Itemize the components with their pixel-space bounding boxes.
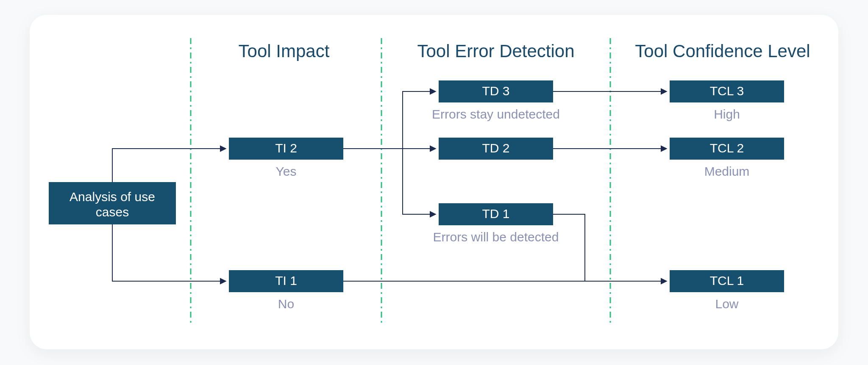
- edge-ti2-td3: [343, 91, 435, 149]
- node-td1: TD 1 Errors will be detected: [433, 203, 559, 244]
- edge-analysis-ti1: [112, 224, 225, 281]
- node-td1-label: TD 1: [482, 207, 509, 221]
- diagram-svg: Tool Impact Tool Error Detection Tool Co…: [30, 15, 838, 349]
- node-tcl3: TCL 3 High: [670, 80, 784, 121]
- node-tcl1-sub: Low: [715, 297, 738, 311]
- node-ti1-sub: No: [278, 297, 294, 311]
- node-td2-label: TD 2: [482, 141, 509, 155]
- node-tcl3-sub: High: [714, 107, 740, 121]
- node-ti2: TI 2 Yes: [229, 138, 343, 178]
- node-tcl2-sub: Medium: [704, 164, 750, 178]
- edge-ti2-td1: [343, 149, 435, 214]
- node-td3-label: TD 3: [482, 84, 509, 98]
- node-tcl2: TCL 2 Medium: [670, 138, 784, 178]
- node-tcl1: TCL 1 Low: [670, 270, 784, 311]
- node-tcl1-label: TCL 1: [710, 274, 744, 288]
- node-td1-sub: Errors will be detected: [433, 230, 559, 244]
- node-tcl2-label: TCL 2: [710, 141, 744, 155]
- node-ti2-label: TI 2: [275, 141, 297, 155]
- node-td3-sub: Errors stay undetected: [432, 107, 560, 121]
- node-ti1: TI 1 No: [229, 270, 343, 311]
- col-title-confidence: Tool Confidence Level: [635, 41, 810, 61]
- node-analysis: Analysis of use cases: [49, 182, 176, 224]
- node-td3: TD 3 Errors stay undetected: [432, 80, 560, 121]
- col-title-detection: Tool Error Detection: [417, 41, 574, 61]
- node-analysis-label-1: Analysis of use: [70, 190, 155, 204]
- edge-analysis-ti2: [112, 149, 225, 182]
- diagram-card: Tool Impact Tool Error Detection Tool Co…: [30, 15, 838, 349]
- node-td2: TD 2: [439, 138, 553, 160]
- edge-td1-down: [553, 214, 585, 281]
- node-analysis-label-2: cases: [96, 205, 129, 219]
- node-tcl3-label: TCL 3: [710, 84, 744, 98]
- node-ti1-label: TI 1: [275, 274, 297, 288]
- node-ti2-sub: Yes: [276, 164, 297, 178]
- col-title-impact: Tool Impact: [239, 41, 330, 61]
